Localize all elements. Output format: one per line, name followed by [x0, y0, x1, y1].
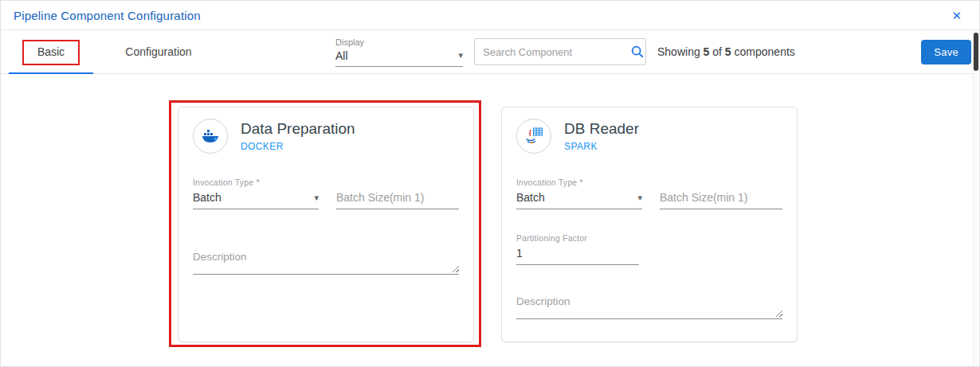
invocation-type-label: Invocation Type *: [193, 178, 319, 187]
description-field: [516, 291, 782, 319]
partitioning-factor-label: Partitioning Factor: [516, 233, 644, 243]
docker-icon: [193, 119, 228, 154]
component-card-data-preparation: Data Preparation DOCKER Invocation Type …: [178, 107, 474, 342]
display-filter-select[interactable]: Display All ▾: [335, 37, 463, 67]
vertical-scrollbar-thumb[interactable]: [974, 33, 978, 71]
invocation-type-label: Invocation Type *: [516, 178, 642, 187]
card-title: Data Preparation: [241, 120, 355, 138]
dialog-title: Pipeline Component Configuration: [14, 9, 201, 22]
chevron-down-icon: ▾: [637, 193, 642, 203]
card-header: DB Reader SPARK: [516, 115, 782, 154]
card-engine-badge: SPARK: [564, 141, 639, 152]
close-icon[interactable]: ✕: [951, 10, 962, 21]
card-header: Data Preparation DOCKER: [193, 115, 459, 154]
showing-count-text: Showing 5 of 5 components: [657, 45, 795, 58]
chevron-down-icon: ▾: [458, 50, 463, 61]
save-button[interactable]: Save: [921, 40, 971, 64]
invocation-type-field: Invocation Type * Batch ▾: [516, 178, 642, 209]
search-icon[interactable]: [629, 39, 645, 64]
display-filter-label: Display: [335, 37, 463, 47]
tab-configuration[interactable]: Configuration: [111, 30, 206, 73]
partitioning-factor-input[interactable]: [516, 243, 639, 265]
chevron-down-icon: ▾: [314, 193, 319, 203]
tab-basic[interactable]: Basic: [7, 30, 95, 73]
invocation-type-select[interactable]: Batch ▾: [193, 187, 319, 209]
batch-size-input[interactable]: [660, 187, 782, 209]
db-reader-icon: [516, 119, 551, 154]
description-textarea[interactable]: [516, 291, 782, 319]
invocation-type-field: Invocation Type * Batch ▾: [193, 178, 319, 209]
display-filter-value: All: [335, 49, 348, 62]
invocation-type-select[interactable]: Batch ▾: [516, 187, 642, 209]
vertical-scrollbar-track[interactable]: [973, 31, 979, 366]
description-field: [193, 246, 459, 275]
showing-total: 5: [725, 45, 731, 58]
description-textarea[interactable]: [193, 246, 459, 275]
search-input[interactable]: [475, 46, 629, 58]
card-engine-badge: DOCKER: [241, 141, 355, 152]
search-component-box: [474, 38, 646, 65]
component-card-db-reader: DB Reader SPARK Invocation Type * Batch …: [501, 107, 798, 342]
pipeline-component-configuration-dialog: Pipeline Component Configuration ✕ Basic…: [0, 0, 980, 367]
dialog-titlebar: Pipeline Component Configuration ✕: [1, 1, 979, 30]
toolbar: Basic Configuration Display All ▾ Showin…: [1, 30, 979, 74]
batch-size-input[interactable]: [336, 187, 459, 209]
partitioning-factor-field: Partitioning Factor: [516, 233, 644, 265]
card-title: DB Reader: [564, 120, 639, 138]
